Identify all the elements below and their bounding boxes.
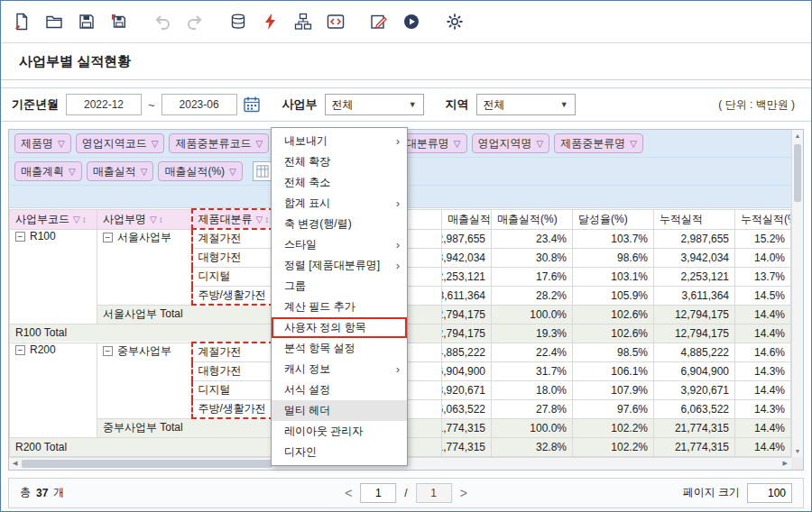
chevron-down-icon: ▼	[409, 100, 417, 109]
hierarchy-icon[interactable]	[293, 12, 313, 32]
menu-item[interactable]: 전체 축소	[272, 172, 407, 193]
menu-item[interactable]: 멀티 헤더	[272, 400, 407, 421]
cell-text: 3,611,364	[442, 289, 486, 302]
column-header[interactable]: 사업부명▽↕	[97, 209, 192, 229]
cell: 3,942,034	[442, 248, 492, 267]
collapse-icon[interactable]: −	[15, 345, 25, 355]
save-as-icon[interactable]	[109, 12, 129, 32]
open-folder-icon[interactable]	[44, 12, 64, 32]
group-cell: −R100	[10, 229, 97, 324]
field-chip[interactable]: 제품명▽	[14, 133, 71, 153]
column-header[interactable]: 누적실적	[654, 209, 735, 229]
page-size-input[interactable]	[747, 483, 792, 503]
filter-funnel-icon[interactable]: ▽	[630, 139, 637, 149]
menu-item[interactable]: 스타일›	[272, 234, 407, 255]
scroll-right-icon[interactable]: ▶	[783, 460, 788, 467]
page-input[interactable]	[360, 483, 396, 503]
settings-icon[interactable]	[445, 12, 465, 32]
run-icon[interactable]	[401, 12, 421, 32]
menu-item[interactable]: 그룹	[272, 276, 407, 297]
edit-icon[interactable]	[369, 12, 389, 32]
column-header[interactable]: 매출실적	[442, 209, 492, 229]
collapse-icon[interactable]: −	[103, 233, 113, 242]
period-to-input[interactable]	[161, 94, 237, 115]
database-icon[interactable]	[228, 12, 248, 32]
cell: 13.7%	[735, 267, 791, 286]
measure-chip[interactable]: 매출실적(%)▽	[158, 161, 242, 181]
filter-funnel-icon[interactable]: ▽	[152, 139, 159, 149]
save-icon[interactable]	[77, 12, 97, 32]
cell: 12,794,175	[654, 305, 735, 324]
calendar-icon[interactable]	[243, 96, 261, 114]
menu-item[interactable]: 축 변경(행/렬)	[272, 214, 407, 234]
chevron-down-icon: ▼	[560, 100, 568, 109]
cell-text: 14.4%	[754, 384, 785, 397]
column-header[interactable]: 제품대분류▽↕	[192, 209, 273, 229]
filter-funnel-icon[interactable]: ▽	[58, 139, 65, 149]
menu-item[interactable]: 분석 항목 설정	[272, 338, 407, 359]
title-bar: 사업부별 실적현황	[1, 43, 811, 80]
filter-funnel-icon[interactable]: ▽	[150, 215, 157, 224]
undo-icon[interactable]	[152, 12, 172, 32]
menu-item[interactable]: 사용자 정의 항목	[272, 317, 407, 338]
region-select[interactable]: 전체 ▼	[476, 94, 576, 115]
menu-item[interactable]: 계산 필드 추가	[272, 297, 407, 317]
field-chip[interactable]: 영업지역명▽	[472, 133, 550, 153]
menu-item[interactable]: 서식 설정	[272, 379, 407, 400]
vertical-scroll-thumb[interactable]	[794, 144, 801, 202]
menu-item[interactable]: 전체 확장	[272, 151, 407, 172]
menu-item[interactable]: 합계 표시›	[272, 193, 407, 214]
field-chip[interactable]: 제품중분류명▽	[554, 133, 643, 153]
division-select[interactable]: 전체 ▼	[325, 94, 424, 115]
menu-item[interactable]: 디자인	[272, 442, 407, 462]
cell: 14.3%	[735, 399, 791, 418]
menu-item-label: 스타일	[284, 237, 392, 252]
cell: 100.0%	[492, 418, 573, 437]
filter-funnel-icon[interactable]: ▽	[255, 139, 263, 149]
code-editor-icon[interactable]	[326, 12, 346, 32]
next-page-button[interactable]: >	[460, 487, 467, 499]
redo-icon[interactable]	[185, 12, 205, 32]
menu-item[interactable]: 내보내기›	[272, 131, 407, 151]
column-header[interactable]: 매출실적(%)	[492, 209, 573, 229]
column-header[interactable]: 사업부코드▽↕	[10, 209, 97, 229]
measure-chip[interactable]: 매출계획▽	[14, 161, 82, 181]
cell: 3,611,364	[442, 286, 492, 305]
filter-funnel-icon[interactable]: ▽	[537, 139, 544, 149]
cell: 6,063,522	[442, 399, 492, 418]
vertical-scrollbar[interactable]: ▲ ▼	[791, 130, 803, 457]
collapse-icon[interactable]: −	[103, 346, 113, 356]
filter-funnel-icon[interactable]: ▽	[69, 167, 76, 177]
menu-item[interactable]: 레이아웃 관리자	[272, 421, 407, 442]
filter-funnel-icon[interactable]: ▽	[229, 167, 236, 177]
prev-page-button[interactable]: <	[345, 487, 352, 499]
page-total: 1	[416, 483, 452, 503]
column-header[interactable]: 누적실적(%)	[735, 209, 791, 229]
sort-icon[interactable]: ↕	[159, 215, 163, 224]
scroll-up-icon[interactable]: ▲	[795, 133, 801, 139]
division-label: 사업부	[282, 96, 318, 113]
cell: 27.8%	[492, 399, 573, 418]
sort-icon[interactable]: ↕	[264, 215, 269, 224]
filter-funnel-icon[interactable]: ▽	[73, 215, 80, 224]
filter-funnel-icon[interactable]: ▽	[256, 215, 263, 224]
filter-funnel-icon[interactable]: ▽	[454, 139, 461, 149]
menu-item[interactable]: 캐시 정보›	[272, 359, 407, 379]
period-from-input[interactable]	[66, 94, 142, 115]
field-chip[interactable]: 제품중분류코드▽	[169, 133, 269, 153]
column-header[interactable]: 달성율(%)	[573, 209, 654, 229]
sort-icon[interactable]: ↕	[82, 215, 87, 224]
cell-text: 12,794,175	[675, 327, 729, 340]
measure-chip[interactable]: 매출실적▽	[87, 161, 154, 181]
horizontal-scroll-thumb[interactable]	[22, 460, 272, 468]
total-suffix-label: 개	[53, 485, 64, 500]
new-document-icon[interactable]	[12, 12, 32, 32]
menu-item[interactable]: 정렬 [제품대분류명]›	[272, 255, 407, 276]
collapse-icon[interactable]: −	[15, 232, 25, 242]
execute-query-icon[interactable]	[261, 12, 281, 32]
column-chooser-icon[interactable]	[253, 161, 272, 181]
scroll-left-icon[interactable]: ◀	[13, 460, 17, 467]
scroll-down-icon[interactable]: ▼	[795, 448, 801, 454]
filter-funnel-icon[interactable]: ▽	[141, 167, 148, 177]
field-chip[interactable]: 영업지역코드▽	[76, 133, 165, 153]
